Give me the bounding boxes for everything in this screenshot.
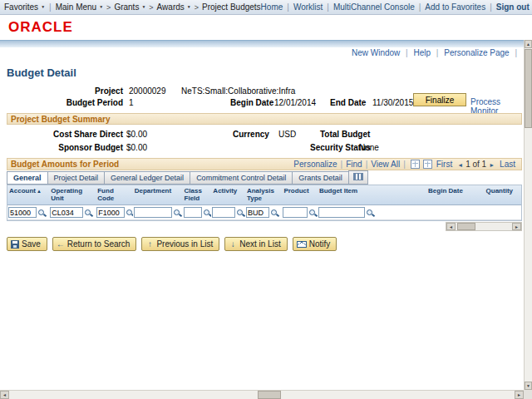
scroll-up-icon[interactable]: ▲ [525, 40, 532, 48]
link-help[interactable]: Help [413, 48, 431, 57]
save-label: Save [22, 239, 41, 249]
analysis-type-input[interactable] [246, 207, 269, 218]
scroll-left-icon[interactable]: ◄ [446, 223, 456, 230]
column-header-analysis-type[interactable]: Analysis Type [245, 185, 282, 204]
personalize-link[interactable]: Personalize [293, 160, 337, 169]
scroll-right-icon[interactable]: ► [515, 391, 524, 399]
menu-favorites[interactable]: Favorites [4, 2, 45, 12]
column-header-department[interactable]: Department [133, 185, 183, 204]
class-field-lookup-icon[interactable] [203, 208, 211, 218]
notify-label: Notify [309, 239, 331, 249]
show-all-columns-tab[interactable] [348, 170, 368, 185]
scroll-left-icon[interactable]: ◄ [0, 391, 9, 399]
column-header-account[interactable]: Account [7, 185, 49, 204]
product-lookup-icon[interactable] [308, 208, 317, 218]
sponsor-budget-value: $0.00 [126, 143, 147, 152]
tab-project-detail[interactable]: Project Detail [47, 171, 105, 185]
pager-last-link[interactable]: Last [500, 160, 515, 169]
product-input[interactable] [283, 207, 308, 218]
analysis-type-lookup-icon[interactable] [270, 208, 279, 218]
return-to-search-button[interactable]: Return to Search [52, 237, 137, 251]
budget-period-value: 1 [129, 98, 134, 107]
view-all-link[interactable]: View All [371, 160, 400, 169]
department-cell [133, 207, 183, 218]
class-field-input[interactable] [184, 207, 202, 218]
column-header-product[interactable]: Product [282, 185, 318, 204]
menu-main-menu[interactable]: Main Menu [56, 2, 103, 12]
pager-next-icon[interactable] [486, 160, 497, 169]
separator [415, 2, 426, 12]
begin-date-label: Begin Date [230, 98, 273, 107]
link-multichannel-console[interactable]: MultiChannel Console [333, 2, 415, 12]
product-cell [282, 207, 318, 218]
link-personalize-page[interactable]: Personalize Page [444, 48, 509, 57]
separator [283, 2, 293, 12]
header-divider [0, 40, 524, 47]
menu-grants[interactable]: Grants [114, 2, 145, 12]
activity-cell [211, 207, 245, 218]
budget-amounts-title: Budget Amounts for Period [11, 160, 119, 169]
return-to-search-label: Return to Search [67, 239, 131, 249]
link-add-to-favorites[interactable]: Add to Favorites [425, 2, 485, 12]
previous-in-list-button[interactable]: Previous in List [141, 237, 219, 251]
next-in-list-button[interactable]: Next in List [224, 237, 287, 251]
finalize-button[interactable]: Finalize [413, 93, 466, 106]
total-budget-label: Total Budget [320, 130, 370, 139]
notify-button[interactable]: Notify [293, 237, 337, 251]
project-label: Project [46, 86, 123, 96]
vertical-scrollbar[interactable]: ▲ ▼ [524, 40, 532, 390]
tab-commitment-control-detail[interactable]: Commitment Control Detail [190, 171, 292, 185]
column-header-activity[interactable]: Activity [211, 185, 245, 204]
column-header-budget-item[interactable]: Budget Item [318, 185, 426, 204]
column-header-operating-unit[interactable]: Operating Unit [49, 185, 96, 204]
link-home[interactable]: Home [261, 2, 283, 12]
grid-horizontal-scrollbar[interactable]: ◄ ► [446, 222, 522, 231]
return-to-search-icon [57, 240, 65, 249]
scrollbar-thumb[interactable] [457, 223, 475, 230]
budget-item-input[interactable] [318, 207, 365, 218]
tab-grants-detail[interactable]: Grants Detail [292, 171, 348, 185]
separator [402, 48, 411, 57]
pager-previous-icon[interactable] [455, 160, 466, 169]
operating-unit-lookup-icon[interactable] [84, 208, 93, 218]
activity-input[interactable] [212, 207, 235, 218]
column-header-begin-date[interactable]: Begin Date [426, 185, 484, 204]
scroll-right-icon[interactable]: ► [512, 223, 521, 230]
column-header-class-field[interactable]: Class Field [183, 185, 212, 204]
budget-item-lookup-icon[interactable] [366, 208, 375, 218]
link-new-window[interactable]: New Window [352, 48, 400, 57]
link-worklist[interactable]: Worklist [293, 2, 323, 12]
zoom-grid-icon[interactable] [411, 160, 420, 169]
menu-project-budgets[interactable]: Project Budgets [202, 2, 261, 12]
grid-header-row: Account Operating Unit Fund Code Departm… [7, 185, 521, 205]
account-input[interactable] [8, 207, 37, 218]
operating-unit-cell [49, 207, 96, 218]
download-to-excel-icon[interactable] [423, 160, 432, 169]
grid-icon [353, 173, 363, 180]
column-header-quantity[interactable]: Quantity [485, 185, 521, 204]
tab-general[interactable]: General [7, 171, 47, 185]
save-icon [11, 240, 19, 249]
separator [362, 160, 372, 169]
find-link[interactable]: Find [346, 160, 362, 169]
scroll-down-icon[interactable]: ▼ [525, 382, 532, 390]
department-input[interactable] [134, 207, 172, 218]
save-button[interactable]: Save [7, 237, 47, 251]
horizontal-scrollbar-thumb[interactable] [258, 391, 281, 399]
link-sign-out[interactable]: Sign out [496, 2, 530, 12]
department-lookup-icon[interactable] [173, 208, 182, 218]
column-header-fund-code[interactable]: Fund Code [96, 185, 132, 204]
operating-unit-input[interactable] [50, 207, 83, 218]
separator [433, 48, 442, 57]
activity-lookup-icon[interactable] [236, 208, 244, 218]
pager-first-link[interactable]: First [436, 160, 452, 169]
menu-awards[interactable]: Awards [157, 2, 191, 12]
horizontal-scrollbar[interactable]: ◄ ► [0, 390, 524, 399]
fund-code-lookup-icon[interactable] [126, 208, 131, 218]
fund-code-input[interactable] [96, 207, 125, 218]
account-lookup-icon[interactable] [37, 208, 47, 218]
separator [400, 160, 409, 169]
vertical-scrollbar-thumb[interactable] [525, 49, 532, 128]
budget-amounts-header-bar: Budget Amounts for Period Personalize Fi… [7, 158, 522, 170]
tab-general-ledger-detail[interactable]: General Ledger Detail [104, 171, 190, 185]
